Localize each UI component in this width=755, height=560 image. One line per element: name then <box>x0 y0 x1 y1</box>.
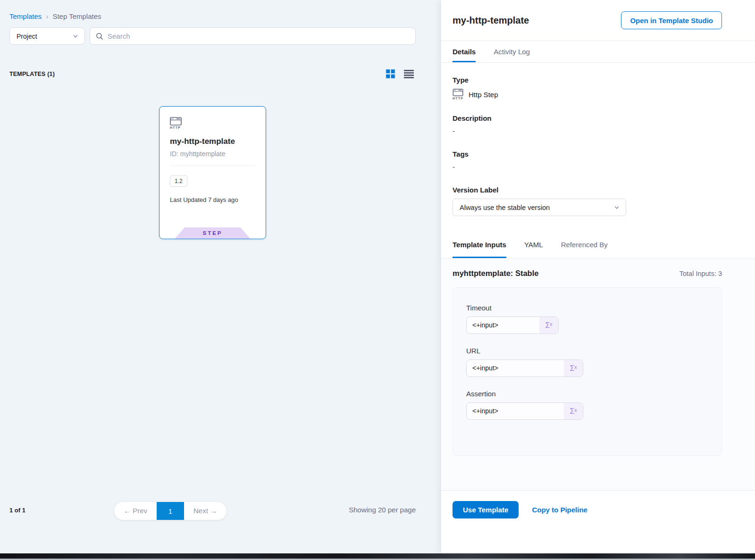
search-input[interactable] <box>108 32 410 40</box>
total-inputs-label: Total Inputs: 3 <box>680 270 722 277</box>
search-icon <box>96 33 103 40</box>
http-icon-label: HTTP <box>453 97 463 100</box>
template-details-drawer: my-http-template Open in Template Studio… <box>441 0 755 555</box>
drawer-footer: Use Template Copy to Pipeline <box>441 490 755 529</box>
url-label: URL <box>466 347 708 355</box>
view-toggles <box>386 69 414 79</box>
type-label: Type <box>453 76 744 84</box>
timeout-label: Timeout <box>466 304 708 312</box>
description-label: Description <box>453 114 744 122</box>
next-page-button[interactable]: Next → <box>184 502 226 520</box>
timeout-field: <+input> Σˣ <box>466 317 559 334</box>
template-card-id: ID: myhttptemplate <box>170 150 255 158</box>
url-input[interactable]: <+input> <box>467 360 564 376</box>
expression-toggle-icon[interactable]: Σˣ <box>564 360 583 376</box>
open-in-template-studio-button[interactable]: Open in Template Studio <box>621 11 722 29</box>
grid-view-icon[interactable] <box>386 69 395 79</box>
page-info: 1 of 1 <box>9 507 25 514</box>
assertion-label: Assertion <box>466 390 708 398</box>
template-library-app: Templates › Step Templates Project TEMPL… <box>0 0 755 560</box>
tags-label: Tags <box>453 150 744 158</box>
step-type-badge: STEP <box>175 227 251 239</box>
breadcrumb: Templates › Step Templates <box>9 12 101 20</box>
drawer-header: my-http-template Open in Template Studio <box>441 0 755 41</box>
details-body: Type HTTP Http Step Description - Tags -… <box>441 63 755 216</box>
scope-dropdown-value: Project <box>17 33 37 40</box>
template-card[interactable]: HTTP my-http-template ID: myhttptemplate… <box>159 106 266 239</box>
tab-activity-log[interactable]: Activity Log <box>494 41 530 62</box>
assertion-field: <+input> Σˣ <box>466 402 583 420</box>
tab-referenced-by[interactable]: Referenced By <box>561 231 608 258</box>
inputs-heading: myhttptemplate: Stable <box>453 269 538 278</box>
last-updated-text: Last Updated 7 days ago <box>170 196 255 203</box>
version-label-value: Always use the stable version <box>460 204 550 211</box>
expression-toggle-icon[interactable]: Σˣ <box>564 403 583 419</box>
inputs-tabs: Template Inputs YAML Referenced By <box>441 231 755 259</box>
pagination: ← Prev 1 Next → <box>114 502 226 520</box>
prev-page-button[interactable]: ← Prev <box>114 502 157 520</box>
tab-template-inputs[interactable]: Template Inputs <box>453 231 506 258</box>
scope-dropdown[interactable]: Project <box>9 27 85 45</box>
templates-count-label: TEMPLATES (1) <box>9 71 55 77</box>
chevron-down-icon <box>73 34 78 39</box>
tab-details[interactable]: Details <box>453 41 476 62</box>
template-list-panel: Templates › Step Templates Project TEMPL… <box>0 0 441 555</box>
http-step-icon: HTTP <box>170 117 182 129</box>
description-value: - <box>453 127 744 135</box>
assertion-input[interactable]: <+input> <box>467 403 564 419</box>
template-inputs-section: myhttptemplate: Stable Total Inputs: 3 T… <box>441 259 755 490</box>
chevron-down-icon <box>614 205 619 210</box>
breadcrumb-separator-icon: › <box>46 12 48 20</box>
copy-to-pipeline-link[interactable]: Copy to Pipeline <box>532 506 587 514</box>
card-divider <box>170 166 255 166</box>
url-field: <+input> Σˣ <box>466 359 583 377</box>
search-box[interactable] <box>90 27 416 45</box>
http-icon-label: HTTP <box>170 126 181 129</box>
expression-toggle-icon[interactable]: Σˣ <box>539 317 558 334</box>
desktop-edge-strip <box>0 553 755 560</box>
version-label-heading: Version Label <box>453 186 744 194</box>
version-label-dropdown[interactable]: Always use the stable version <box>453 199 626 216</box>
current-page-button[interactable]: 1 <box>157 502 184 520</box>
type-value: Http Step <box>469 91 498 99</box>
filter-bar: Project <box>9 27 416 45</box>
drawer-title: my-http-template <box>453 15 529 26</box>
template-card-title: my-http-template <box>170 137 255 146</box>
type-value-row: HTTP Http Step <box>453 89 744 100</box>
inputs-card: Timeout <+input> Σˣ URL <+input> Σˣ Asse… <box>453 287 722 456</box>
use-template-button[interactable]: Use Template <box>453 501 519 518</box>
http-step-icon: HTTP <box>453 89 464 100</box>
list-view-icon[interactable] <box>404 69 414 78</box>
drawer-tabs: Details Activity Log <box>441 41 755 63</box>
list-header: TEMPLATES (1) <box>9 69 432 79</box>
per-page-label: Showing 20 per page <box>349 506 416 514</box>
tab-yaml[interactable]: YAML <box>524 231 543 258</box>
breadcrumb-current: Step Templates <box>52 12 101 20</box>
tags-value: - <box>453 163 744 171</box>
version-badge: 1.2 <box>170 176 187 187</box>
timeout-input[interactable]: <+input> <box>467 317 539 334</box>
breadcrumb-templates-link[interactable]: Templates <box>9 12 42 20</box>
inputs-heading-row: myhttptemplate: Stable Total Inputs: 3 <box>453 269 722 278</box>
